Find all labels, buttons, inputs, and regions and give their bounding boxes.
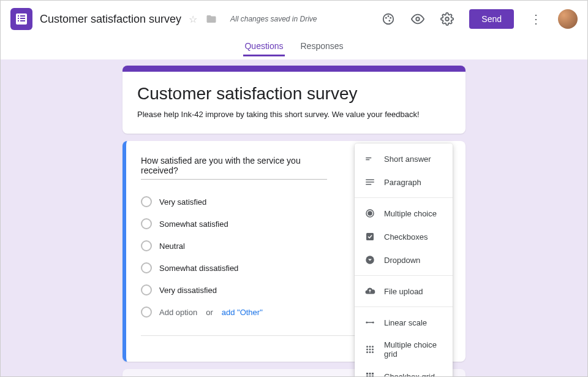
star-icon[interactable]: ☆ <box>189 13 197 25</box>
svg-point-5 <box>417 17 420 21</box>
document-title[interactable]: Customer satisfaction survey <box>40 13 181 26</box>
menu-label: Linear scale <box>384 318 427 327</box>
svg-point-28 <box>372 351 374 353</box>
svg-rect-31 <box>372 373 374 375</box>
svg-rect-10 <box>366 180 374 181</box>
linear-scale-icon <box>364 317 375 328</box>
menu-label: Checkboxes <box>384 232 428 242</box>
svg-point-26 <box>366 351 368 353</box>
svg-rect-15 <box>366 233 374 240</box>
svg-point-21 <box>369 346 371 348</box>
option-label[interactable]: Somewhat satisfied <box>159 219 228 229</box>
menu-item-short-answer[interactable]: Short answer <box>355 147 453 170</box>
svg-rect-33 <box>369 376 371 377</box>
radio-icon <box>141 284 152 295</box>
option-label[interactable]: Very dissatisfied <box>159 286 217 295</box>
radio-icon <box>364 208 375 219</box>
svg-point-24 <box>369 349 371 351</box>
svg-rect-30 <box>369 373 371 375</box>
radio-icon <box>141 262 152 273</box>
grid-squares-icon <box>364 371 375 376</box>
svg-point-25 <box>372 349 374 351</box>
save-status: All changes saved in Drive <box>230 15 317 23</box>
forms-logo[interactable] <box>10 8 32 30</box>
add-option-label[interactable]: Add option <box>159 308 197 317</box>
radio-icon <box>141 240 152 251</box>
menu-item-checkboxes[interactable]: Checkboxes <box>355 225 453 248</box>
menu-label: Multiple choice grid <box>384 340 443 359</box>
avatar[interactable] <box>558 9 578 29</box>
option-label[interactable]: Somewhat dissatisfied <box>159 264 238 273</box>
svg-point-14 <box>368 211 372 215</box>
theme-button[interactable] <box>377 8 399 30</box>
form-header-card[interactable]: Customer satisfaction survey Please help… <box>123 66 466 134</box>
radio-icon <box>141 218 152 229</box>
send-button[interactable]: Send <box>469 9 514 29</box>
svg-rect-12 <box>366 184 371 185</box>
settings-button[interactable] <box>436 8 458 30</box>
svg-point-27 <box>369 351 371 353</box>
svg-rect-9 <box>366 159 369 161</box>
option-label[interactable]: Neutral <box>159 242 185 251</box>
preview-button[interactable] <box>407 8 429 30</box>
svg-point-6 <box>446 17 450 21</box>
or-label: or <box>206 308 213 317</box>
svg-rect-34 <box>372 376 374 377</box>
folder-icon[interactable] <box>206 13 217 25</box>
svg-point-22 <box>372 346 374 348</box>
svg-rect-29 <box>366 373 368 375</box>
menu-label: Paragraph <box>384 178 421 187</box>
cloud-upload-icon <box>364 286 375 297</box>
svg-rect-19 <box>367 322 374 323</box>
menu-item-file-upload[interactable]: File upload <box>355 280 453 303</box>
radio-icon <box>141 196 152 207</box>
svg-point-1 <box>385 17 387 19</box>
more-button[interactable]: ⋮ <box>525 8 547 30</box>
svg-rect-11 <box>366 181 374 183</box>
menu-label: Dropdown <box>384 256 420 265</box>
svg-rect-8 <box>366 158 371 159</box>
tabs: Questions Responses <box>1 37 587 59</box>
svg-point-23 <box>366 349 368 351</box>
menu-item-linear-scale[interactable]: Linear scale <box>355 311 453 334</box>
dropdown-icon <box>364 254 375 265</box>
form-description[interactable]: Please help Ink-42 improve by taking thi… <box>137 110 451 119</box>
checkbox-icon <box>364 231 375 242</box>
menu-label: Checkbox grid <box>384 372 435 377</box>
menu-label: Short answer <box>384 154 431 164</box>
menu-item-dropdown[interactable]: Dropdown <box>355 248 453 272</box>
add-other-link[interactable]: add "Other" <box>222 308 263 317</box>
paragraph-icon <box>364 177 375 188</box>
svg-point-4 <box>389 20 391 21</box>
tab-responses[interactable]: Responses <box>300 37 345 55</box>
menu-item-checkbox-grid[interactable]: Checkbox grid <box>355 365 453 376</box>
tab-questions[interactable]: Questions <box>243 37 284 56</box>
question-type-menu: Short answer Paragraph Multiple choice C… <box>355 143 453 376</box>
svg-point-2 <box>388 15 390 17</box>
menu-label: File upload <box>384 287 423 296</box>
svg-point-20 <box>366 346 368 348</box>
option-label[interactable]: Very satisfied <box>159 197 206 207</box>
menu-label: Multiple choice <box>384 209 437 218</box>
svg-point-3 <box>390 17 392 19</box>
grid-dots-icon <box>364 344 375 355</box>
form-title[interactable]: Customer satisfaction survey <box>137 84 451 104</box>
radio-icon <box>141 307 152 318</box>
menu-item-multiple-choice[interactable]: Multiple choice <box>355 202 453 225</box>
question-text[interactable]: How satisfied are you with the service y… <box>141 156 327 180</box>
form-canvas: Customer satisfaction survey Please help… <box>1 59 587 376</box>
menu-item-paragraph[interactable]: Paragraph <box>355 170 453 194</box>
menu-item-mc-grid[interactable]: Multiple choice grid <box>355 334 453 365</box>
short-answer-icon <box>364 153 375 164</box>
svg-rect-32 <box>366 376 368 377</box>
app-header: Customer satisfaction survey ☆ All chang… <box>1 1 587 37</box>
